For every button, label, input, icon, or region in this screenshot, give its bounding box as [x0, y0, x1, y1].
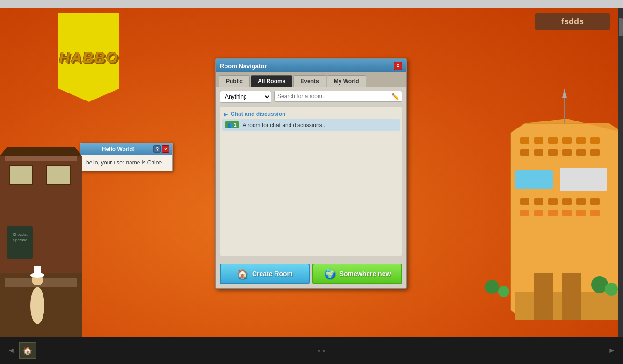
- svg-rect-13: [590, 149, 600, 156]
- home-icon-button[interactable]: 🏠: [19, 342, 36, 359]
- svg-text:Chocolat: Chocolat: [13, 232, 28, 236]
- city-svg: [473, 86, 623, 338]
- svg-rect-17: [534, 198, 543, 205]
- room-navigator-title: Room Navigator: [220, 63, 267, 70]
- scroll-dot-2: ●: [322, 348, 325, 353]
- svg-rect-4: [548, 137, 558, 144]
- svg-rect-40: [47, 165, 70, 184]
- svg-rect-26: [576, 210, 586, 216]
- city-buildings: [473, 86, 623, 338]
- svg-rect-5: [562, 137, 572, 144]
- svg-rect-19: [562, 198, 572, 205]
- category-header: ▶ Chat and discussion: [222, 109, 400, 119]
- room-navigator-titlebar: Room Navigator ×: [216, 59, 406, 72]
- svg-rect-11: [562, 149, 572, 156]
- hello-dialog-close-button[interactable]: ×: [162, 145, 169, 153]
- room-navigator-body: Anything Name Tag Owner ✏️ ▶ Chat and di…: [216, 87, 406, 260]
- svg-rect-24: [548, 210, 558, 216]
- svg-rect-22: [520, 210, 529, 216]
- scroll-dot-1: ●: [318, 348, 320, 353]
- room-navigator-tabs: Public All Rooms Events My World: [216, 72, 406, 87]
- room-navigator: Room Navigator × Public All Rooms Events…: [215, 58, 407, 289]
- users-icon: 👥: [227, 122, 233, 128]
- hello-dialog-body: hello, your user name is Chloe: [80, 155, 172, 171]
- svg-rect-38: [5, 156, 77, 161]
- left-arrow-icon[interactable]: ◄: [6, 344, 17, 357]
- create-room-label: Create Room: [252, 270, 293, 278]
- scrollbar-right[interactable]: [618, 8, 623, 337]
- svg-rect-42: [7, 226, 33, 259]
- right-arrow-icon[interactable]: ►: [606, 344, 617, 357]
- svg-rect-29: [534, 273, 553, 320]
- create-room-button[interactable]: 🏠 Create Room: [220, 264, 310, 284]
- search-input[interactable]: [274, 91, 402, 102]
- svg-rect-30: [562, 273, 581, 320]
- svg-rect-39: [9, 165, 33, 184]
- somewhere-new-label: Somewhere new: [340, 270, 391, 278]
- room-list-item[interactable]: 👥 1 A room for chat and discussions...: [222, 119, 400, 131]
- users-count: 1: [234, 122, 237, 128]
- tab-my-world[interactable]: My World: [327, 75, 366, 87]
- svg-rect-9: [534, 149, 543, 156]
- category-arrow-icon: ▶: [224, 112, 228, 117]
- svg-rect-20: [576, 198, 586, 205]
- svg-marker-41: [0, 147, 82, 156]
- tab-events[interactable]: Events: [293, 75, 326, 87]
- hello-dialog-help-button[interactable]: ?: [153, 145, 161, 153]
- hello-dialog-title-text: Hello World!: [83, 146, 153, 152]
- svg-rect-6: [576, 137, 586, 144]
- bottom-bar: ◄ 🏠 ● ● ►: [0, 337, 623, 364]
- svg-point-47: [30, 287, 44, 324]
- svg-rect-25: [562, 210, 572, 216]
- svg-point-36: [605, 283, 618, 296]
- svg-rect-8: [520, 149, 529, 156]
- scrollbar-thumb[interactable]: [619, 18, 623, 36]
- dialog-btn-group: ? ×: [153, 145, 169, 153]
- svg-rect-14: [515, 170, 553, 189]
- hello-dialog: Hello World! ? × hello, your user name i…: [80, 143, 173, 171]
- cafe-svg: Chocolat Speciale: [0, 142, 82, 338]
- svg-rect-50: [34, 266, 41, 276]
- svg-rect-23: [534, 210, 543, 216]
- room-list-area: ▶ Chat and discussion 👥 1 A room for cha…: [220, 107, 402, 256]
- svg-rect-7: [590, 137, 600, 144]
- bottom-nav-left: ◄ 🏠: [6, 342, 36, 359]
- svg-marker-32: [562, 88, 567, 98]
- svg-rect-3: [534, 137, 543, 144]
- svg-rect-2: [520, 137, 529, 144]
- scroll-indicator: ● ●: [318, 348, 325, 353]
- svg-rect-12: [576, 149, 586, 156]
- svg-rect-10: [548, 149, 558, 156]
- top-toolbar: [0, 0, 623, 8]
- filter-row: Anything Name Tag Owner ✏️: [220, 91, 402, 103]
- room-navigator-footer: 🏠 Create Room 🌍 Somewhere new: [216, 260, 406, 288]
- svg-rect-27: [590, 210, 600, 216]
- username-badge: fsdds: [535, 13, 610, 30]
- home-icon: 🏠: [23, 346, 32, 355]
- habbo-logo-text: HABBO: [59, 49, 118, 66]
- somewhere-new-button[interactable]: 🌍 Somewhere new: [312, 264, 402, 284]
- tab-all-rooms[interactable]: All Rooms: [251, 75, 292, 87]
- bottom-center: ● ●: [36, 348, 606, 353]
- filter-dropdown[interactable]: Anything Name Tag Owner: [220, 91, 271, 103]
- svg-text:Speciale: Speciale: [13, 238, 28, 242]
- category-name: Chat and discussion: [231, 111, 285, 117]
- room-name: A room for chat and discussions...: [243, 122, 327, 128]
- habbo-logo: HABBO: [58, 13, 129, 100]
- create-room-icon: 🏠: [237, 268, 248, 279]
- svg-rect-21: [590, 198, 600, 205]
- somewhere-new-icon: 🌍: [324, 268, 336, 279]
- tab-public[interactable]: Public: [219, 75, 250, 87]
- cafe-scene: Chocolat Speciale: [0, 142, 82, 338]
- svg-rect-16: [520, 198, 529, 205]
- svg-point-33: [485, 280, 499, 294]
- hello-dialog-titlebar: Hello World! ? ×: [80, 143, 172, 155]
- room-navigator-close-button[interactable]: ×: [394, 62, 402, 70]
- search-wrapper: ✏️: [274, 91, 402, 103]
- svg-rect-18: [548, 198, 558, 205]
- svg-point-34: [498, 286, 509, 297]
- search-icon: ✏️: [391, 93, 399, 100]
- svg-rect-15: [560, 168, 607, 191]
- room-users-badge: 👥 1: [225, 121, 239, 128]
